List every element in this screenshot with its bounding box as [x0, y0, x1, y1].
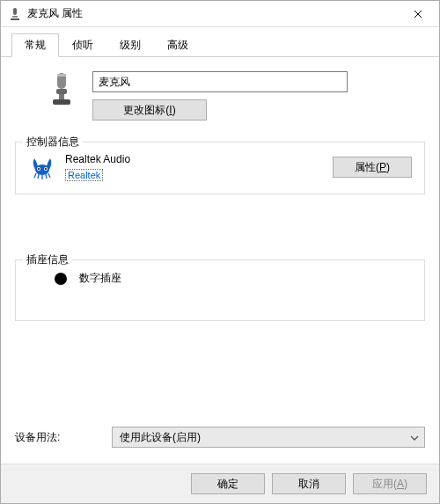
- usage-selected-value: 使用此设备(启用): [120, 431, 201, 443]
- realtek-icon: [28, 153, 56, 181]
- svg-rect-1: [12, 16, 18, 18]
- jack-color-dot: [55, 273, 67, 285]
- controller-name: Realtek Audio: [65, 153, 324, 165]
- tab-listen[interactable]: 侦听: [59, 33, 106, 57]
- controller-link[interactable]: Realtek: [65, 169, 103, 181]
- device-icon: [47, 71, 77, 110]
- svg-point-12: [45, 168, 47, 170]
- change-icon-button[interactable]: 更改图标(I): [92, 99, 207, 121]
- svg-rect-5: [56, 89, 67, 94]
- jack-label: 数字插座: [79, 271, 121, 286]
- svg-rect-7: [53, 99, 70, 105]
- microphone-icon: [8, 7, 22, 21]
- titlebar: 麦克风 属性: [1, 1, 439, 27]
- ok-button[interactable]: 确定: [191, 473, 265, 494]
- usage-select[interactable]: 使用此设备(启用): [112, 427, 425, 448]
- svg-rect-2: [11, 18, 19, 20]
- svg-rect-0: [13, 8, 17, 15]
- apply-button[interactable]: 应用(A): [353, 473, 427, 494]
- controller-legend: 控制器信息: [23, 135, 83, 150]
- usage-label: 设备用法:: [15, 430, 94, 445]
- svg-rect-6: [59, 94, 64, 99]
- tabs: 常规 侦听 级别 高级: [1, 27, 439, 57]
- controller-groupbox: 控制器信息 Realtek Audio Realtek 属性: [15, 142, 425, 194]
- device-row: 更改图标(I): [47, 71, 425, 121]
- tab-levels[interactable]: 级别: [106, 33, 154, 57]
- jack-legend: 插座信息: [23, 252, 72, 267]
- tab-body-general: 更改图标(I) 控制器信息 Realtek Audio R: [1, 57, 439, 464]
- svg-point-11: [38, 168, 40, 170]
- close-button[interactable]: [399, 2, 437, 26]
- usage-row: 设备用法: 使用此设备(启用): [15, 427, 425, 448]
- window-title: 麦克风 属性: [27, 6, 399, 21]
- controller-properties-button[interactable]: 属性(P): [333, 157, 412, 178]
- cancel-button[interactable]: 取消: [272, 473, 346, 494]
- svg-rect-4: [57, 74, 66, 77]
- tab-general[interactable]: 常规: [11, 33, 59, 57]
- jack-groupbox: 插座信息 数字插座: [15, 259, 425, 321]
- tab-advanced[interactable]: 高级: [154, 33, 202, 57]
- chevron-down-icon: [410, 431, 419, 443]
- device-name-input[interactable]: [92, 71, 348, 92]
- dialog-footer: 确定 取消 应用(A): [1, 464, 439, 503]
